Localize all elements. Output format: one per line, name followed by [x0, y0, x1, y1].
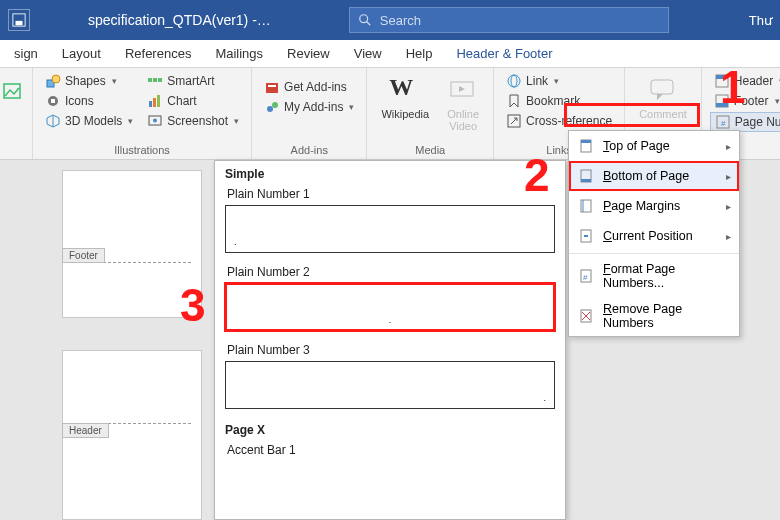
svg-rect-34 — [716, 103, 728, 107]
page-number-icon: # — [715, 114, 731, 130]
svg-marker-27 — [510, 95, 518, 107]
gallery-section-simple: Simple — [215, 161, 565, 183]
header-icon — [714, 73, 730, 89]
gallery-item-plain-1[interactable]: Plain Number 1 · — [215, 183, 565, 261]
icons-icon — [45, 93, 61, 109]
chevron-right-icon: ▸ — [726, 171, 731, 182]
tab-help[interactable]: Help — [394, 42, 445, 67]
pictures-icon[interactable] — [2, 72, 24, 124]
bookmark-icon — [506, 93, 522, 109]
gallery-item-plain-3[interactable]: Plain Number 3 · — [215, 339, 565, 417]
svg-point-22 — [272, 102, 278, 108]
chevron-down-icon: ▾ — [554, 76, 559, 86]
online-video-button: Online Video — [441, 72, 485, 142]
page-icon — [577, 197, 595, 215]
wikipedia-icon: W — [389, 74, 421, 106]
group-label-addins: Add-ins — [260, 142, 358, 159]
tab-header-footer[interactable]: Header & Footer — [444, 42, 564, 67]
chevron-down-icon: ▾ — [775, 96, 780, 106]
tab-view[interactable]: View — [342, 42, 394, 67]
svg-rect-1 — [16, 21, 23, 25]
document-title: specification_QTDA(ver1) -… — [88, 12, 271, 28]
svg-rect-16 — [157, 95, 160, 107]
menu-remove-page-numbers[interactable]: Remove Page Numbers — [569, 296, 739, 336]
svg-rect-12 — [153, 78, 157, 82]
link-icon — [506, 73, 522, 89]
footer-tag: Footer — [62, 248, 105, 263]
menu-bottom-of-page[interactable]: Bottom of Page ▸ — [569, 161, 739, 191]
wikipedia-button[interactable]: W Wikipedia — [375, 72, 435, 142]
svg-marker-30 — [657, 94, 663, 100]
svg-rect-13 — [158, 78, 162, 82]
link-button[interactable]: Link▾ — [502, 72, 616, 90]
search-placeholder: Search — [380, 13, 421, 28]
3d-models-button[interactable]: 3D Models▾ — [41, 112, 137, 130]
addins-icon — [264, 99, 280, 115]
svg-point-25 — [508, 75, 520, 87]
svg-rect-8 — [51, 99, 55, 103]
svg-rect-15 — [153, 98, 156, 107]
cube-icon — [45, 113, 61, 129]
tab-mailings[interactable]: Mailings — [203, 42, 275, 67]
svg-rect-14 — [149, 101, 152, 107]
shapes-icon — [45, 73, 61, 89]
tab-layout[interactable]: Layout — [50, 42, 113, 67]
svg-rect-20 — [268, 85, 276, 87]
chart-icon — [147, 93, 163, 109]
gallery-item-accent-1[interactable]: Accent Bar 1 — [215, 439, 565, 469]
get-addins-button[interactable]: Get Add-ins — [260, 78, 358, 96]
shapes-button[interactable]: Shapes▾ — [41, 72, 137, 90]
svg-point-2 — [360, 15, 368, 23]
title-bar: specification_QTDA(ver1) -… Search Thư — [0, 0, 780, 40]
menu-page-margins[interactable]: Page Margins ▸ — [569, 191, 739, 221]
gallery-section-pagex: Page X — [215, 417, 565, 439]
crossref-icon — [506, 113, 522, 129]
search-box[interactable]: Search — [349, 7, 669, 33]
svg-text:#: # — [721, 119, 726, 128]
icons-button[interactable]: Icons — [41, 92, 137, 110]
search-icon — [358, 13, 372, 27]
svg-rect-47 — [581, 179, 591, 182]
smartart-icon — [147, 73, 163, 89]
menu-current-position[interactable]: Current Position ▸ — [569, 221, 739, 251]
smartart-button[interactable]: SmartArt — [143, 72, 243, 90]
chart-button[interactable]: Chart — [143, 92, 243, 110]
chevron-down-icon: ▾ — [112, 76, 117, 86]
page-icon — [577, 227, 595, 245]
chevron-right-icon: ▸ — [726, 201, 731, 212]
svg-point-18 — [153, 119, 157, 123]
page-number-menu: Top of Page ▸ Bottom of Page ▸ Page Marg… — [568, 130, 740, 337]
document-page-1: Footer — [62, 170, 202, 318]
chevron-down-icon: ▾ — [128, 116, 133, 126]
account-name[interactable]: Thư — [749, 13, 772, 28]
header-button[interactable]: Header▾ — [710, 72, 780, 90]
screenshot-button[interactable]: Screenshot▾ — [143, 112, 243, 130]
autosave-icon[interactable] — [8, 9, 30, 31]
screenshot-icon — [147, 113, 163, 129]
tab-references[interactable]: References — [113, 42, 203, 67]
svg-rect-29 — [651, 80, 673, 94]
gallery-item-plain-2[interactable]: Plain Number 2 · — [215, 261, 565, 339]
cross-reference-button[interactable]: Cross-reference — [502, 112, 616, 130]
document-page-2: Header — [62, 350, 202, 520]
footer-icon — [714, 93, 730, 109]
page-number-gallery: Simple Plain Number 1 · Plain Number 2 ·… — [214, 160, 566, 520]
format-icon: # — [577, 267, 595, 285]
svg-rect-11 — [148, 78, 152, 82]
tab-review[interactable]: Review — [275, 42, 342, 67]
svg-rect-45 — [581, 140, 591, 143]
tab-design[interactable]: sign — [2, 42, 50, 67]
menu-format-page-numbers[interactable]: # Format Page Numbers... — [569, 256, 739, 296]
menu-top-of-page[interactable]: Top of Page ▸ — [569, 131, 739, 161]
bookmark-button[interactable]: Bookmark — [502, 92, 616, 110]
page-number-button[interactable]: # Page Number▾ — [710, 112, 780, 132]
svg-line-3 — [367, 22, 371, 26]
footer-button[interactable]: Footer▾ — [710, 92, 780, 110]
group-label-media: Media — [375, 142, 485, 159]
chevron-right-icon: ▸ — [726, 141, 731, 152]
comment-icon — [647, 74, 679, 106]
ribbon-tabs: sign Layout References Mailings Review V… — [0, 40, 780, 68]
svg-marker-24 — [459, 86, 465, 92]
my-addins-button[interactable]: My Add-ins▾ — [260, 98, 358, 116]
group-label-illustrations: Illustrations — [41, 142, 243, 159]
